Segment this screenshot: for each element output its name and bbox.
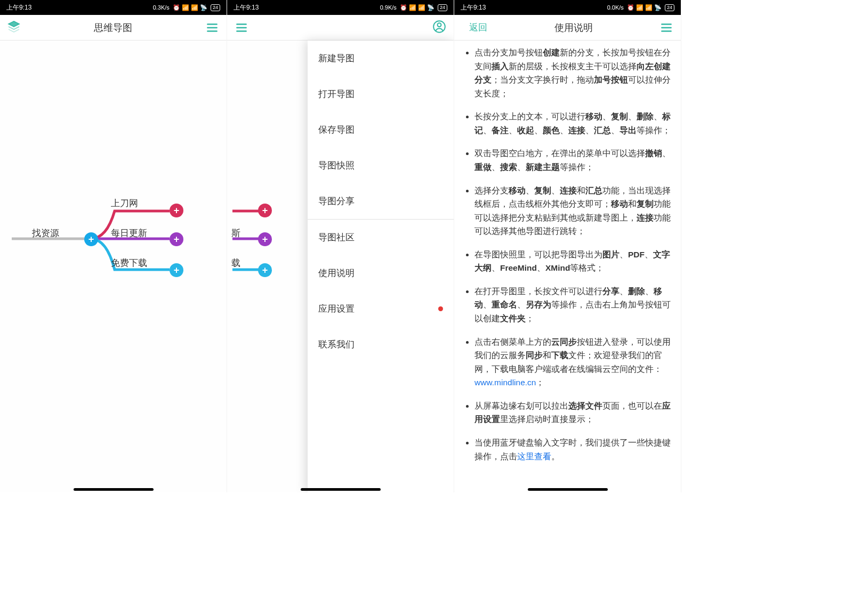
svg-point-9 xyxy=(438,23,441,27)
layers-icon[interactable] xyxy=(7,20,20,35)
user-icon[interactable] xyxy=(432,20,446,36)
left-menu-icon[interactable] xyxy=(235,21,248,35)
status-speed: 0.9K/s xyxy=(380,4,397,11)
canvas-vestige: 斯 载 xyxy=(227,40,308,492)
status-time: 上午9:13 xyxy=(461,3,486,12)
page-title: 思维导图 xyxy=(94,21,132,34)
status-icons: ⏰ 📶 📶 📡 xyxy=(627,4,662,11)
back-button[interactable]: 返回 xyxy=(469,21,487,34)
status-time: 上午9:13 xyxy=(234,3,259,12)
battery-level: 24 xyxy=(438,4,447,11)
home-indicator xyxy=(528,488,608,491)
help-list-item: 长按分支上的文本，可以进行移动、复制、删除、标记、备注、收起、颜色、连接、汇总、… xyxy=(474,110,673,137)
svg-marker-0 xyxy=(9,21,19,27)
status-bar: 上午9:13 0.9K/s ⏰ 📶 📶 📡 24 xyxy=(227,0,454,15)
branch-label: 载 xyxy=(231,257,240,269)
help-link[interactable]: www.mindline.cn xyxy=(474,378,536,387)
app-header: 思维导图 xyxy=(0,15,227,40)
battery-level: 24 xyxy=(211,4,220,11)
branch-add-button[interactable] xyxy=(258,204,272,217)
app-header xyxy=(227,15,454,40)
root-node-label[interactable]: 找资源 xyxy=(32,227,59,239)
menu-item-share[interactable]: 导图分享 xyxy=(308,183,454,219)
help-list-item: 点击分支加号按钮创建新的分支，长按加号按钮在分支间插入新的层级，长按根支主干可以… xyxy=(474,46,673,100)
branch-add-button[interactable] xyxy=(258,263,272,277)
phone-3: 上午9:13 0.0K/s ⏰ 📶 📶 📡 24 返回 使用说明 点击分支加号按… xyxy=(454,0,681,492)
home-indicator xyxy=(74,488,154,491)
help-list-item: 点击右侧菜单上方的云同步按钮进入登录，可以使用我们的云服务同步和下载文件；欢迎登… xyxy=(474,335,673,390)
home-indicator xyxy=(301,488,381,491)
menu-item-help[interactable]: 使用说明 xyxy=(308,255,454,291)
status-icons: ⏰ 📶 📶 📡 xyxy=(400,4,434,11)
status-time: 上午9:13 xyxy=(6,3,31,12)
help-link[interactable]: 这里查看 xyxy=(517,452,551,461)
app-header: 返回 使用说明 xyxy=(454,15,681,40)
branch-add-button[interactable] xyxy=(170,232,183,246)
menu-icon[interactable] xyxy=(205,21,219,35)
branch-label: 斯 xyxy=(231,227,240,239)
menu-item-contact[interactable]: 联系我们 xyxy=(308,327,454,362)
branch-add-button[interactable] xyxy=(258,232,272,246)
help-list-item: 双击导图空白地方，在弹出的菜单中可以选择撤销、重做、搜索、新建主题等操作； xyxy=(474,147,673,174)
menu-item-save[interactable]: 保存导图 xyxy=(308,112,454,148)
battery-level: 24 xyxy=(665,4,674,11)
status-bar: 上午9:13 0.3K/s ⏰ 📶 📶 📡 24 xyxy=(0,0,227,15)
menu-item-settings[interactable]: 应用设置 xyxy=(308,291,454,327)
menu-item-new[interactable]: 新建导图 xyxy=(308,40,454,76)
help-list-item: 在导图快照里，可以把导图导出为图片、PDF、文字大纲、FreeMind、XMin… xyxy=(474,248,673,275)
status-bar: 上午9:13 0.0K/s ⏰ 📶 📶 📡 24 xyxy=(454,0,681,15)
help-list-item: 当使用蓝牙键盘输入文字时，我们提供了一些快捷键操作，点击这里查看。 xyxy=(474,436,673,463)
status-icons: ⏰ 📶 📶 📡 xyxy=(173,4,207,11)
mindmap-canvas[interactable]: 找资源 上刀网 每日更新 免费下载 xyxy=(0,40,227,492)
menu-item-snapshot[interactable]: 导图快照 xyxy=(308,148,454,183)
side-menu: 新建导图 打开导图 保存导图 导图快照 导图分享 导图社区 使用说明 应用设置 … xyxy=(308,40,454,492)
help-list-item: 选择分支移动、复制、连接和汇总功能，当出现选择线框后，点击线框外其他分支即可；移… xyxy=(474,184,673,238)
help-list-item: 从屏幕边缘右划可以拉出选择文件页面，也可以在应用设置里选择启动时直接显示； xyxy=(474,399,673,426)
branch-label[interactable]: 上刀网 xyxy=(111,197,138,209)
root-add-button[interactable] xyxy=(84,232,98,246)
branch-label[interactable]: 每日更新 xyxy=(111,227,147,239)
help-content[interactable]: 点击分支加号按钮创建新的分支，长按加号按钮在分支间插入新的层级，长按根支主干可以… xyxy=(454,40,681,492)
menu-icon[interactable] xyxy=(659,21,673,35)
menu-item-open[interactable]: 打开导图 xyxy=(308,76,454,112)
page-title: 使用说明 xyxy=(554,21,593,34)
notification-dot-icon xyxy=(438,306,443,311)
phone-1: 上午9:13 0.3K/s ⏰ 📶 📶 📡 24 思维导图 xyxy=(0,0,227,492)
phone-2: 上午9:13 0.9K/s ⏰ 📶 📶 📡 24 斯 载 新建导图 打开导图 xyxy=(227,0,454,492)
menu-item-community[interactable]: 导图社区 xyxy=(308,220,454,255)
help-list-item: 在打开导图里，长按文件可以进行分享、删除、移动、重命名、另存为等操作，点击右上角… xyxy=(474,285,673,326)
status-speed: 0.0K/s xyxy=(607,4,624,11)
status-speed: 0.3K/s xyxy=(153,4,170,11)
branch-add-button[interactable] xyxy=(170,204,183,217)
branch-label[interactable]: 免费下载 xyxy=(111,257,147,269)
branch-add-button[interactable] xyxy=(170,263,183,277)
